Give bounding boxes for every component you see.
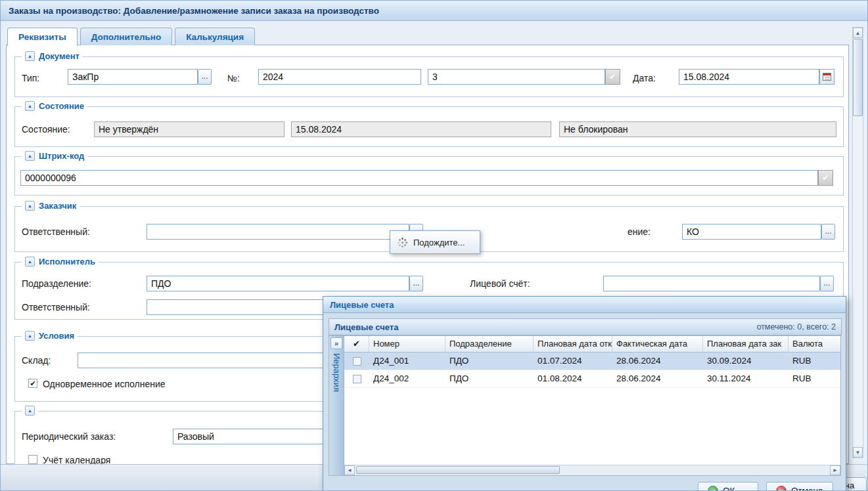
hierarchy-side-tab[interactable]: » Иерархия bbox=[329, 335, 344, 476]
scroll-up-icon[interactable]: ▲ bbox=[853, 28, 863, 38]
collapse-icon[interactable]: ▲ bbox=[25, 257, 35, 267]
executor-division-lookup-button[interactable]: ... bbox=[409, 276, 423, 291]
horizontal-scrollbar[interactable]: ◄ ► bbox=[344, 465, 840, 475]
doc-date-picker-button[interactable] bbox=[819, 69, 834, 85]
collapse-icon[interactable]: ▲ bbox=[25, 151, 35, 161]
cell-plan-close[interactable]: 30.11.2024 bbox=[703, 370, 788, 387]
doc-number-label: №: bbox=[227, 73, 240, 83]
collapse-icon[interactable]: ▲ bbox=[25, 406, 35, 416]
column-number[interactable]: Номер bbox=[369, 336, 445, 352]
collapse-icon[interactable]: ▲ bbox=[25, 201, 35, 211]
simultaneous-checkbox[interactable]: ✔ bbox=[28, 379, 37, 388]
doc-date-input[interactable]: 15.08.2024 bbox=[679, 69, 819, 85]
wait-popup: Подождите... bbox=[390, 230, 480, 254]
row-checkbox-cell[interactable] bbox=[344, 352, 369, 370]
section-title: Документ bbox=[39, 51, 80, 61]
cell-fact-date[interactable]: 28.06.2024 bbox=[612, 352, 703, 370]
row-checkbox[interactable] bbox=[353, 357, 361, 366]
column-division[interactable]: Подразделение bbox=[445, 336, 534, 352]
barcode-confirm-button[interactable]: ✔ bbox=[818, 170, 833, 186]
state-date-field: 15.08.2024 bbox=[291, 121, 551, 137]
cell-plan-open[interactable]: 01.07.2024 bbox=[534, 352, 612, 370]
customer-responsible-label: Ответственный: bbox=[22, 226, 90, 237]
column-plan-open[interactable]: Плановая дата отк bbox=[534, 336, 612, 352]
collapse-icon[interactable]: ▲ bbox=[25, 331, 35, 341]
column-fact-date[interactable]: Фактическая дата bbox=[612, 336, 703, 352]
doc-year-input[interactable]: 2024 bbox=[258, 69, 421, 85]
executor-division-input[interactable]: ПДО bbox=[147, 276, 409, 291]
barcode-input[interactable]: 0000000096 bbox=[20, 170, 818, 186]
table-row[interactable]: Д24_001 ПДО 01.07.2024 28.06.2024 30.09.… bbox=[344, 352, 840, 370]
dialog-titlebar[interactable]: Лицевые счета bbox=[323, 297, 846, 313]
tab-rekvizity[interactable]: Реквизиты bbox=[7, 28, 78, 46]
doc-date-label: Дата: bbox=[633, 73, 656, 83]
cell-division[interactable]: ПДО bbox=[445, 352, 534, 370]
selection-counter: отмечено: 0, всего: 2 bbox=[756, 322, 836, 331]
doc-number-confirm-button[interactable]: ✔ bbox=[605, 69, 620, 85]
doc-number-input[interactable]: 3 bbox=[428, 69, 605, 85]
executor-account-lookup-button[interactable]: ... bbox=[820, 276, 834, 291]
ok-button[interactable]: ✔ ОК bbox=[698, 482, 758, 491]
column-check-icon[interactable]: ✔ bbox=[344, 336, 369, 352]
section-barcode-legend: ▲ Штрих-код bbox=[22, 151, 87, 161]
cell-division[interactable]: ПДО bbox=[445, 370, 534, 387]
cell-plan-open[interactable]: 01.08.2024 bbox=[534, 370, 612, 387]
warehouse-input[interactable] bbox=[78, 352, 327, 368]
state-block-field: Не блокирован bbox=[559, 121, 836, 137]
section-barcode: ▲ Штрих-код 0000000096 ✔ bbox=[14, 156, 844, 196]
table-row[interactable]: Д24_002 ПДО 01.08.2024 28.06.2024 30.11.… bbox=[344, 370, 840, 388]
simultaneous-label[interactable]: Одновременное исполнение bbox=[43, 379, 166, 389]
section-executor-legend: ▲ Исполнитель bbox=[22, 257, 99, 267]
collapse-icon[interactable]: ▲ bbox=[25, 51, 35, 61]
section-customer-legend: ▲ Заказчик bbox=[22, 201, 80, 211]
column-currency[interactable]: Валюта bbox=[788, 336, 841, 352]
customer-responsible-input[interactable] bbox=[147, 224, 409, 240]
scroll-right-icon[interactable]: ► bbox=[830, 465, 840, 475]
dialog-panel-title: Лицевые счета bbox=[334, 322, 398, 332]
scrollbar-track[interactable] bbox=[355, 465, 830, 475]
state-status-field: Не утверждён bbox=[94, 121, 285, 137]
tab-kalkulyaciya[interactable]: Калькуляция bbox=[175, 28, 255, 45]
section-conditions-legend: ▲ Условия bbox=[22, 331, 78, 341]
tab-dopolnitelno[interactable]: Дополнительно bbox=[80, 28, 173, 45]
scroll-left-icon[interactable]: ◄ bbox=[344, 465, 355, 475]
cancel-x-icon: ✕ bbox=[776, 486, 787, 491]
cell-currency[interactable]: RUB bbox=[788, 352, 841, 370]
customer-division-input[interactable]: КО bbox=[682, 224, 821, 240]
doc-type-lookup-button[interactable]: ... bbox=[198, 69, 212, 85]
periodic-order-input[interactable]: Разовый bbox=[173, 429, 324, 444]
section-title: Штрих-код bbox=[39, 151, 84, 161]
cell-number[interactable]: Д24_001 bbox=[369, 352, 445, 370]
cell-currency[interactable]: RUB bbox=[788, 370, 841, 387]
accounts-dialog: Лицевые счета Лицевые счета отмечено: 0,… bbox=[323, 296, 846, 491]
executor-account-input[interactable] bbox=[603, 276, 820, 291]
scrollbar-thumb[interactable] bbox=[853, 39, 863, 116]
cancel-button[interactable]: ✕ Отмена bbox=[766, 482, 833, 491]
cell-fact-date[interactable]: 28.06.2024 bbox=[612, 370, 703, 387]
window-title: Заказы на производство: Добавление/размн… bbox=[9, 6, 379, 16]
ok-check-icon: ✔ bbox=[708, 486, 718, 491]
executor-division-label: Подразделение: bbox=[22, 278, 91, 289]
section-title: Исполнитель bbox=[39, 257, 95, 267]
cell-number[interactable]: Д24_002 bbox=[369, 370, 445, 387]
dialog-panel-header: Лицевые счета отмечено: 0, всего: 2 bbox=[329, 318, 842, 335]
calendar-checkbox[interactable] bbox=[28, 455, 37, 464]
scroll-down-icon[interactable]: ▼ bbox=[853, 447, 863, 458]
calendar-icon bbox=[823, 73, 831, 81]
window-titlebar: Заказы на производство: Добавление/размн… bbox=[1, 1, 867, 21]
expand-panel-icon[interactable]: » bbox=[331, 337, 342, 349]
customer-division-lookup-button[interactable]: ... bbox=[821, 224, 835, 240]
scrollbar-thumb[interactable] bbox=[356, 466, 560, 474]
column-plan-close[interactable]: Плановая дата зак bbox=[703, 336, 788, 352]
row-checkbox-cell[interactable] bbox=[344, 370, 369, 387]
hierarchy-tab-label[interactable]: Иерархия bbox=[332, 353, 342, 392]
row-checkbox[interactable] bbox=[353, 375, 361, 383]
cell-plan-close[interactable]: 30.09.2024 bbox=[703, 352, 788, 370]
doc-type-input[interactable]: ЗакПр bbox=[68, 69, 198, 85]
vertical-scrollbar[interactable]: ▲ ▼ bbox=[852, 27, 863, 458]
section-state: ▲ Состояние Состояние: Не утверждён 15.0… bbox=[14, 106, 844, 147]
section-state-legend: ▲ Состояние bbox=[22, 101, 87, 111]
wait-spinner-icon bbox=[397, 237, 407, 247]
section-periodic-legend: ▲ bbox=[22, 406, 38, 416]
collapse-icon[interactable]: ▲ bbox=[25, 101, 35, 111]
